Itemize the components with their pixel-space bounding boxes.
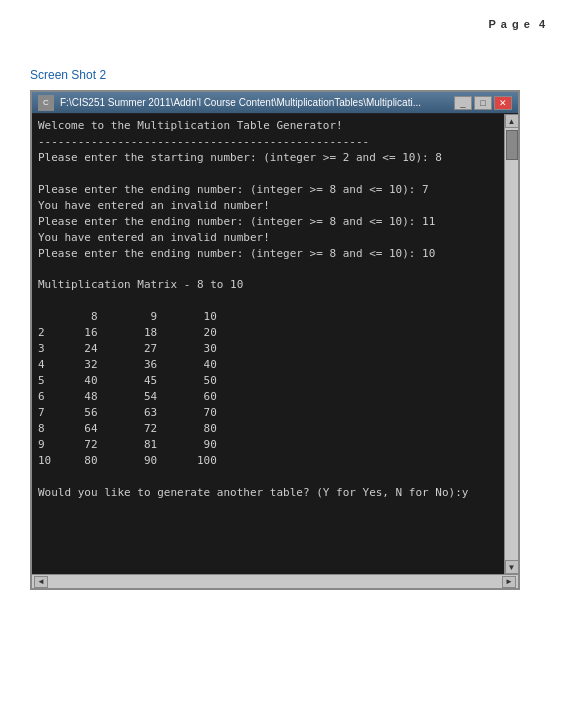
screenshot-label: Screen Shot 2 — [30, 68, 546, 82]
scroll-thumb[interactable] — [506, 130, 518, 160]
page-label: P a g e — [489, 18, 531, 30]
close-button[interactable]: ✕ — [494, 96, 512, 110]
scrollbar-horizontal[interactable]: ◄ ► — [32, 574, 518, 588]
scrollbar-vertical[interactable]: ▲ ▼ — [504, 114, 518, 574]
terminal-body: Welcome to the Multiplication Table Gene… — [32, 114, 508, 574]
scroll-up-arrow[interactable]: ▲ — [505, 114, 519, 128]
terminal-icon: C — [38, 95, 54, 111]
page-num: 4 — [539, 18, 546, 30]
terminal-content: Welcome to the Multiplication Table Gene… — [38, 118, 502, 501]
page-number: P a g e 4 — [485, 18, 546, 30]
maximize-button[interactable]: □ — [474, 96, 492, 110]
scroll-right-arrow[interactable]: ► — [502, 576, 516, 588]
scroll-down-arrow[interactable]: ▼ — [505, 560, 519, 574]
terminal-title: F:\CIS251 Summer 2011\Addn'l Course Cont… — [60, 97, 454, 108]
titlebar-buttons: _ □ ✕ — [454, 96, 512, 110]
terminal-titlebar: C F:\CIS251 Summer 2011\Addn'l Course Co… — [32, 92, 518, 114]
minimize-button[interactable]: _ — [454, 96, 472, 110]
terminal-window: C F:\CIS251 Summer 2011\Addn'l Course Co… — [30, 90, 520, 590]
scroll-left-arrow[interactable]: ◄ — [34, 576, 48, 588]
scroll-track-h — [48, 576, 502, 588]
page-container: P a g e 4 Screen Shot 2 C F:\CIS251 Summ… — [0, 0, 576, 703]
